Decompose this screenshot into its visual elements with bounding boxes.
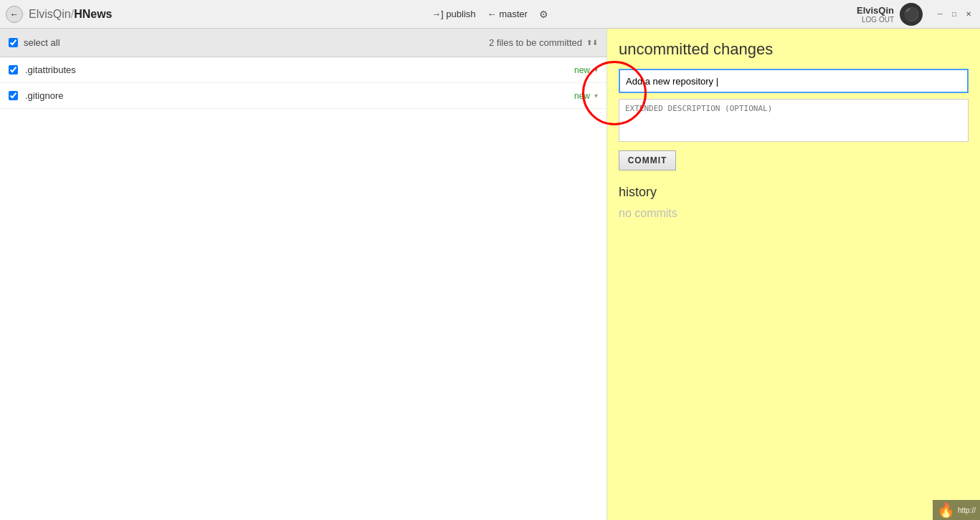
master-button[interactable]: ← master: [487, 9, 528, 19]
master-label: ← master: [487, 9, 528, 19]
back-icon: ←: [10, 9, 19, 19]
uncommitted-changes-title: uncommitted changes: [619, 40, 969, 59]
username-label: ElvisQin: [857, 5, 894, 16]
logout-button[interactable]: LOG OUT: [862, 16, 894, 24]
restore-button[interactable]: □: [948, 9, 960, 20]
settings-icon[interactable]: ⚙: [539, 9, 548, 20]
file-name-gitignore: .gitignore: [25, 90, 574, 101]
table-row: .gitattributes new ▾: [0, 57, 606, 83]
select-all-label: select all: [24, 37, 489, 48]
commit-description-input[interactable]: [619, 99, 969, 142]
select-all-checkbox[interactable]: [9, 38, 18, 47]
publish-label: →] publish: [432, 9, 475, 19]
table-row: .gitignore new ▾: [0, 83, 606, 109]
right-panel: uncommitted changes COMMIT history no co…: [607, 29, 980, 520]
publish-button[interactable]: →] publish: [432, 9, 475, 19]
repo-title: ElvisQin/HNews: [29, 8, 113, 21]
left-panel: select all 2 files to be committed ⬆⬇ .g…: [0, 29, 607, 520]
commit-summary-input[interactable]: [619, 69, 969, 93]
sort-icon[interactable]: ⬆⬇: [586, 39, 598, 47]
repo-owner: ElvisQin: [29, 8, 71, 20]
file-status-gitattributes: new: [574, 65, 590, 75]
main-container: select all 2 files to be committed ⬆⬇ .g…: [0, 29, 980, 520]
file-expand-gitattributes[interactable]: ▾: [594, 66, 598, 74]
file-name-gitattributes: .gitattributes: [25, 64, 574, 75]
repo-name: HNews: [74, 8, 112, 20]
titlebar: ← ElvisQin/HNews →] publish ← master ⚙ E…: [0, 0, 980, 29]
file-checkbox-gitattributes[interactable]: [9, 65, 18, 74]
files-header: select all 2 files to be committed ⬆⬇: [0, 29, 606, 57]
file-checkbox-gitignore[interactable]: [9, 91, 18, 100]
titlebar-center: →] publish ← master ⚙: [432, 9, 548, 20]
file-status-gitignore: new: [574, 91, 590, 101]
github-logo: ⚫: [900, 3, 923, 26]
history-title: history: [619, 185, 969, 200]
user-info: ElvisQin LOG OUT: [857, 5, 894, 24]
watermark-url: http://: [958, 506, 976, 514]
window-controls: ─ □ ✕: [934, 9, 974, 20]
commit-button[interactable]: COMMIT: [619, 150, 676, 170]
fire-icon: 🔥: [937, 501, 955, 519]
minimize-button[interactable]: ─: [934, 9, 946, 20]
close-button[interactable]: ✕: [963, 9, 974, 20]
back-button[interactable]: ←: [6, 6, 23, 23]
watermark: 🔥 http://: [933, 500, 980, 520]
no-commits-label: no commits: [619, 207, 969, 220]
titlebar-left: ← ElvisQin/HNews: [6, 6, 113, 23]
file-expand-gitignore[interactable]: ▾: [594, 92, 598, 100]
files-count: 2 files to be committed: [489, 37, 582, 48]
titlebar-right: ElvisQin LOG OUT ⚫ ─ □ ✕: [857, 3, 974, 26]
